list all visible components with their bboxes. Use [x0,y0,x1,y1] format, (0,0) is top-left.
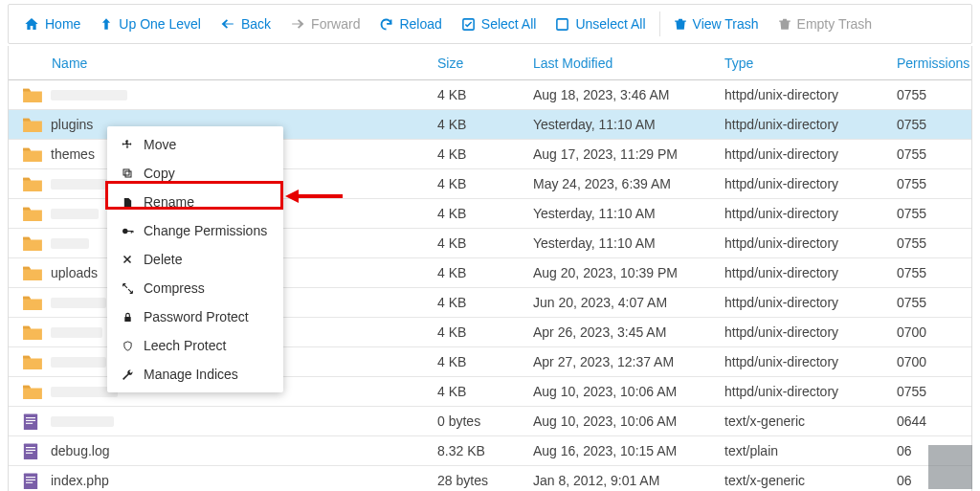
cell-name[interactable] [9,86,430,103]
menu-change-permissions[interactable]: Change Permissions [107,216,283,245]
svg-rect-9 [26,453,33,454]
cell-perms: 0700 [889,324,980,340]
unselect-all-button[interactable]: Unselect All [546,11,655,37]
view-trash-label: View Trash [693,16,759,32]
cell-size: 4 KB [430,324,525,340]
svg-rect-14 [125,171,131,177]
col-type[interactable]: Type [717,56,889,71]
cell-perms: 0755 [889,176,980,191]
file-name: uploads [51,265,98,280]
reload-icon [379,17,393,32]
menu-password-protect[interactable]: Password Protect [107,302,283,331]
folder-icon [22,383,43,400]
cell-size: 4 KB [430,87,525,102]
cell-perms: 0755 [889,265,980,280]
folder-icon [22,205,43,222]
svg-rect-6 [24,443,37,459]
file-name: index.php [51,473,109,488]
menu-leech-protect[interactable]: Leech Protect [107,331,283,360]
cell-perms: 0755 [889,117,980,132]
table-header-row: Name Size Last Modified Type Permissions [9,46,971,80]
cell-name[interactable]: index.php [9,472,430,489]
cell-size: 4 KB [430,235,525,251]
file-name [51,416,114,427]
view-trash-button[interactable]: View Trash [664,11,768,37]
table-row[interactable]: 4 KBAug 18, 2023, 3:46 AMhttpd/unix-dire… [9,80,971,110]
folder-icon [22,234,43,252]
cell-size: 4 KB [430,117,525,132]
file-name: debug.log [51,443,110,458]
svg-rect-19 [132,230,133,232]
table-row[interactable]: debug.log8.32 KBAug 16, 2023, 10:15 AMte… [9,436,971,466]
cell-type: text/x-generic [717,473,889,488]
cell-modified: Apr 26, 2023, 3:45 AM [525,324,717,340]
cell-type: httpd/unix-directory [717,384,889,399]
cell-type: httpd/unix-directory [717,324,889,340]
cell-perms: 0644 [889,413,980,429]
home-icon [24,16,39,32]
cell-perms: 0700 [889,354,980,369]
table-row[interactable]: 0 bytesAug 10, 2023, 10:06 AMtext/x-gene… [9,407,971,436]
cell-modified: Aug 20, 2023, 10:39 PM [525,265,717,280]
cell-size: 4 KB [430,206,525,221]
file-name [51,357,106,368]
menu-copy[interactable]: Copy [107,159,283,188]
reload-label: Reload [399,16,441,32]
cell-size: 4 KB [430,176,525,191]
col-perms[interactable]: Permissions [889,56,980,71]
separator [659,11,660,36]
home-label: Home [45,16,80,32]
cell-type: httpd/unix-directory [717,206,889,221]
svg-rect-18 [130,230,131,233]
corner-overlay [928,445,972,489]
cell-size: 28 bytes [430,473,525,488]
file-icon [22,472,43,489]
cell-type: httpd/unix-directory [717,146,889,162]
select-all-icon [461,17,476,32]
menu-indices-label: Manage Indices [144,367,238,382]
cell-size: 4 KB [430,295,525,310]
file-name [51,238,89,249]
cell-size: 8.32 KB [430,443,525,458]
menu-compress[interactable]: Compress [107,274,283,302]
svg-rect-5 [26,423,33,424]
table-row[interactable]: index.php28 bytesJan 8, 2012, 9:01 AMtex… [9,466,971,491]
menu-move[interactable]: Move [107,130,283,159]
up-arrow-icon [100,16,113,32]
cell-perms: 0755 [889,206,980,221]
cell-name[interactable] [9,413,430,430]
folder-icon [22,175,43,192]
col-modified[interactable]: Last Modified [525,56,717,71]
cell-size: 4 KB [430,146,525,162]
col-size[interactable]: Size [430,56,525,71]
file-name [51,327,102,338]
select-all-button[interactable]: Select All [452,11,546,37]
back-button[interactable]: Back [211,11,280,37]
compress-icon [121,282,134,295]
cell-modified: Jun 20, 2023, 4:07 AM [525,295,717,310]
cell-perms: 0755 [889,235,980,251]
forward-button: Forward [280,11,369,37]
menu-rename[interactable]: Rename [107,188,283,216]
empty-trash-button: Empty Trash [768,11,882,37]
menu-move-label: Move [144,137,176,152]
up-level-button[interactable]: Up One Level [90,11,211,37]
svg-rect-10 [24,473,37,489]
svg-rect-4 [26,420,35,421]
menu-delete[interactable]: Delete [107,245,283,274]
cell-modified: Aug 17, 2023, 11:29 PM [525,146,717,162]
menu-compress-label: Compress [144,280,205,296]
menu-manage-indices[interactable]: Manage Indices [107,360,283,389]
cell-modified: Aug 18, 2023, 3:46 AM [525,87,717,102]
reload-button[interactable]: Reload [369,11,451,37]
menu-delete-label: Delete [144,252,182,267]
svg-rect-11 [26,477,35,478]
svg-rect-8 [26,450,35,451]
cell-perms: 0755 [889,384,980,399]
cell-perms: 0755 [889,295,980,310]
cell-type: httpd/unix-directory [717,87,889,102]
home-button[interactable]: Home [14,11,90,37]
cell-size: 4 KB [430,384,525,399]
cell-name[interactable]: debug.log [9,442,430,459]
col-name[interactable]: Name [9,56,430,71]
